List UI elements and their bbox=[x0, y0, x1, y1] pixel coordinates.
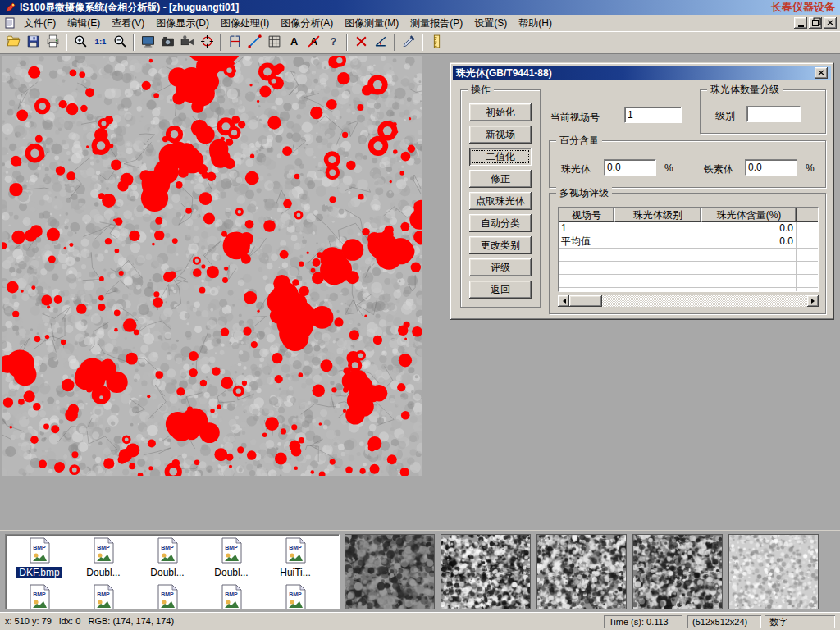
svg-text:A: A bbox=[290, 35, 297, 48]
file-item[interactable]: BMP bbox=[7, 582, 71, 609]
vendor-watermark: 长春仪器设备 bbox=[771, 0, 835, 15]
file-item[interactable]: BMPDoubl... bbox=[199, 535, 263, 578]
ferrite-percent-label: 铁素体 bbox=[704, 162, 733, 176]
percent-group-label: 百分含量 bbox=[556, 135, 602, 146]
pearlite-percent-input[interactable] bbox=[604, 159, 656, 176]
text-annotation-button[interactable]: A bbox=[284, 33, 304, 52]
binarize-button[interactable]: 二值化 bbox=[469, 148, 532, 166]
bmp-file-icon: BMP bbox=[154, 584, 180, 609]
angle-measure-button[interactable] bbox=[371, 33, 390, 52]
target-capture-button[interactable] bbox=[197, 33, 217, 52]
menu-edit[interactable]: 编辑(E) bbox=[62, 15, 106, 32]
file-item[interactable]: BMP bbox=[263, 582, 327, 609]
pearlite-percent-unit: % bbox=[664, 162, 673, 174]
print-icon bbox=[46, 34, 60, 51]
file-item[interactable]: BMPDoubl... bbox=[71, 535, 135, 578]
grade-input[interactable] bbox=[746, 106, 801, 122]
menu-settings[interactable]: 设置(S) bbox=[468, 15, 513, 32]
current-field-label: 当前视场号 bbox=[550, 111, 600, 125]
menu-measure-report[interactable]: 测量报告(P) bbox=[404, 15, 468, 32]
image-display-button[interactable] bbox=[138, 33, 158, 52]
auto-classify-button[interactable]: 自动分类 bbox=[469, 214, 532, 232]
file-item[interactable]: BMPDKF.bmp bbox=[7, 535, 71, 578]
caliper-measure-button[interactable] bbox=[225, 33, 244, 52]
scroll-right-button[interactable] bbox=[807, 295, 819, 307]
zoom-in-icon bbox=[74, 34, 88, 51]
text-annotation-off-button[interactable]: A bbox=[304, 33, 323, 52]
ruler-button[interactable] bbox=[427, 33, 446, 52]
angle-measure-icon bbox=[374, 34, 388, 51]
video-capture-button[interactable] bbox=[177, 33, 197, 52]
print-button[interactable] bbox=[43, 33, 62, 52]
pick-pearlite-button[interactable]: 点取珠光体 bbox=[469, 192, 532, 210]
table-header-3[interactable]: 珠光体含量(%) bbox=[701, 208, 797, 222]
svg-text:BMP: BMP bbox=[289, 591, 302, 597]
color-picker-button[interactable] bbox=[399, 33, 418, 52]
grade-group-label: 珠光体数量分级 bbox=[707, 84, 783, 95]
length-measure-button[interactable] bbox=[244, 33, 264, 52]
target-capture-icon bbox=[200, 34, 214, 51]
mdi-restore-button[interactable] bbox=[809, 17, 822, 29]
document-icon[interactable] bbox=[3, 16, 16, 30]
camera-capture-button[interactable] bbox=[158, 33, 177, 52]
ferrite-percent-input[interactable] bbox=[745, 159, 797, 176]
dialog-title-bar[interactable]: 珠光体(GB/T9441-88) bbox=[453, 66, 831, 80]
thumbnail-1[interactable] bbox=[345, 534, 435, 609]
file-name: DKF.bmp bbox=[16, 567, 62, 578]
current-field-input[interactable] bbox=[624, 107, 682, 123]
correct-button[interactable]: 修正 bbox=[469, 170, 532, 188]
thumbnail-3[interactable] bbox=[536, 534, 627, 609]
file-item[interactable]: BMP bbox=[71, 582, 135, 609]
svg-text:?: ? bbox=[330, 35, 336, 48]
file-item[interactable]: BMP bbox=[199, 582, 263, 609]
dialog-close-button[interactable] bbox=[815, 67, 828, 79]
menu-image-measure[interactable]: 图像测量(M) bbox=[339, 15, 404, 32]
help-button[interactable]: ? bbox=[323, 33, 343, 52]
return-button[interactable]: 返回 bbox=[469, 281, 532, 299]
menu-image-display[interactable]: 图像显示(D) bbox=[150, 15, 215, 32]
file-item[interactable]: BMP bbox=[135, 582, 199, 609]
table-header-2[interactable]: 珠光体级别 bbox=[614, 208, 701, 222]
file-item[interactable]: BMPDoubl... bbox=[135, 535, 199, 578]
menu-file[interactable]: 文件(F) bbox=[18, 15, 62, 32]
file-item[interactable]: BMPHuiTi... bbox=[263, 535, 327, 578]
svg-text:BMP: BMP bbox=[33, 591, 46, 597]
thumbnail-2[interactable] bbox=[441, 534, 531, 609]
file-browser-panel: BMPDKF.bmpBMPDoubl...BMPDoubl...BMPDoubl… bbox=[0, 530, 840, 612]
scrollbar-thumb[interactable] bbox=[569, 295, 602, 307]
zoom-in-button[interactable] bbox=[71, 33, 90, 52]
bmp-file-icon: BMP bbox=[218, 537, 244, 566]
open-file-button[interactable] bbox=[3, 33, 23, 52]
thumbnail-5[interactable] bbox=[728, 534, 819, 609]
file-name: Doubl... bbox=[212, 567, 250, 578]
change-class-button[interactable]: 更改类别 bbox=[469, 236, 532, 254]
table-hscrollbar[interactable] bbox=[558, 295, 819, 307]
grid-count-button[interactable] bbox=[264, 33, 284, 52]
grade-button[interactable]: 评级 bbox=[469, 258, 532, 276]
toolbar: 1:1AA? bbox=[0, 31, 840, 54]
scroll-left-button[interactable] bbox=[558, 295, 569, 307]
length-measure-icon bbox=[248, 34, 262, 51]
ferrite-percent-unit: % bbox=[806, 162, 815, 174]
table-header-4[interactable]: 铁素 bbox=[797, 208, 819, 222]
zoom-1-1-button[interactable]: 1:1 bbox=[90, 33, 110, 52]
initialize-button[interactable]: 初始化 bbox=[469, 103, 532, 121]
menu-help[interactable]: 帮助(H) bbox=[513, 15, 558, 32]
metallograph-image[interactable] bbox=[2, 56, 422, 476]
save-button[interactable] bbox=[23, 33, 43, 52]
mdi-minimize-button[interactable] bbox=[794, 17, 807, 29]
zoom-out-button[interactable] bbox=[110, 33, 130, 52]
table-header-1[interactable]: 视场号 bbox=[559, 208, 614, 222]
table-row[interactable]: 平均值0.0 bbox=[559, 235, 818, 249]
menu-image-analysis[interactable]: 图像分析(A) bbox=[275, 15, 339, 32]
mdi-close-button[interactable] bbox=[824, 17, 837, 29]
menu-view[interactable]: 查看(V) bbox=[106, 15, 150, 32]
thumbnail-4[interactable] bbox=[632, 534, 723, 609]
new-field-button[interactable]: 新视场 bbox=[469, 126, 532, 144]
svg-text:BMP: BMP bbox=[161, 545, 174, 550]
delete-measure-button[interactable] bbox=[351, 33, 371, 52]
table-row[interactable]: 10.0 bbox=[559, 222, 818, 235]
status-time: Time (s): 0.113 bbox=[604, 615, 682, 628]
menu-image-processing[interactable]: 图像处理(I) bbox=[215, 15, 275, 32]
operation-group-label: 操作 bbox=[468, 84, 494, 95]
